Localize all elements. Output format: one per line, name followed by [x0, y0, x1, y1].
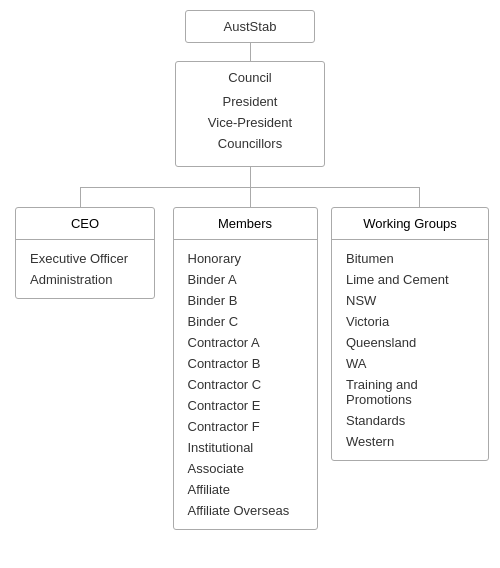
- members-column: Members Honorary Binder A Binder B Binde…: [165, 207, 325, 530]
- auststab-box: AustStab: [185, 10, 315, 43]
- member-item: Affiliate: [188, 479, 303, 500]
- wg-item: Lime and Cement: [346, 269, 474, 290]
- member-item: Associate: [188, 458, 303, 479]
- ceo-items: Executive Officer Administration: [16, 240, 154, 298]
- vline-top: [250, 43, 251, 61]
- members-box: Members Honorary Binder A Binder B Binde…: [173, 207, 318, 530]
- wg-items: Bitumen Lime and Cement NSW Victoria Que…: [332, 240, 488, 460]
- council-item: Vice-President: [192, 112, 308, 133]
- ceo-item: Administration: [30, 269, 140, 290]
- council-items: President Vice-President Councillors: [192, 91, 308, 154]
- wg-item: Western: [346, 431, 474, 452]
- ceo-column: CEO Executive Officer Administration: [5, 207, 165, 299]
- ceo-header: CEO: [16, 208, 154, 240]
- member-item: Binder C: [188, 311, 303, 332]
- member-item: Binder A: [188, 269, 303, 290]
- three-columns: CEO Executive Officer Administration Mem…: [5, 207, 495, 530]
- member-item: Honorary: [188, 248, 303, 269]
- org-chart: AustStab Council President Vice-Presiden…: [5, 10, 495, 530]
- council-item: President: [192, 91, 308, 112]
- wg-item: Victoria: [346, 311, 474, 332]
- vline-members: [250, 187, 251, 207]
- members-header: Members: [174, 208, 317, 240]
- vline-council-bottom: [250, 167, 251, 187]
- working-groups-box: Working Groups Bitumen Lime and Cement N…: [331, 207, 489, 461]
- wg-item: Standards: [346, 410, 474, 431]
- wg-item: NSW: [346, 290, 474, 311]
- member-item: Contractor F: [188, 416, 303, 437]
- vline-wg: [419, 187, 420, 207]
- member-item: Contractor C: [188, 374, 303, 395]
- wg-item: Queensland: [346, 332, 474, 353]
- auststab-label: AustStab: [224, 19, 277, 34]
- member-item: Contractor B: [188, 353, 303, 374]
- members-items: Honorary Binder A Binder B Binder C Cont…: [174, 240, 317, 529]
- wg-item: WA: [346, 353, 474, 374]
- connector-area: [5, 167, 495, 207]
- member-item: Affiliate Overseas: [188, 500, 303, 521]
- working-groups-column: Working Groups Bitumen Lime and Cement N…: [325, 207, 495, 461]
- member-item: Institutional: [188, 437, 303, 458]
- wg-header: Working Groups: [332, 208, 488, 240]
- ceo-item: Executive Officer: [30, 248, 140, 269]
- vline-ceo: [80, 187, 81, 207]
- wg-item: Bitumen: [346, 248, 474, 269]
- wg-item: Training and Promotions: [346, 374, 474, 410]
- member-item: Contractor A: [188, 332, 303, 353]
- council-box: Council President Vice-President Council…: [175, 61, 325, 167]
- council-label: Council: [192, 70, 308, 85]
- council-item: Councillors: [192, 133, 308, 154]
- ceo-box: CEO Executive Officer Administration: [15, 207, 155, 299]
- member-item: Binder B: [188, 290, 303, 311]
- member-item: Contractor E: [188, 395, 303, 416]
